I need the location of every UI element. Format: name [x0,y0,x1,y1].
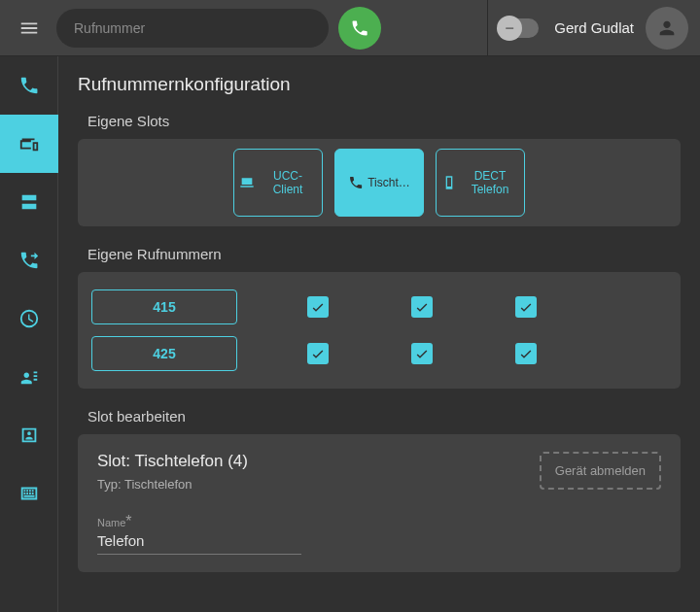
sidebar-item-server[interactable] [0,173,58,231]
menu-button[interactable] [8,7,51,50]
slot-label: UCC-Client [259,169,317,196]
edit-slot-card: Slot: Tischtelefon (4) Typ: Tischtelefon… [78,434,681,572]
person-icon [656,17,678,39]
number-slot-checkbox[interactable] [515,296,537,318]
voice-icon [18,366,40,388]
own-numbers-heading: Eigene Rufnummern [88,246,681,262]
number-slot-checkbox[interactable] [307,296,329,318]
phone-icon [18,75,40,96]
slot-label: DECT Telefon [461,169,519,196]
edit-slot-heading: Slot bearbeiten [88,408,681,425]
keypad-icon [18,483,40,504]
numbers-card: 415 425 [78,272,681,389]
number-row: 415 [91,289,667,324]
server-icon [18,191,40,213]
sidebar-item-phone[interactable] [0,56,58,115]
dial-input[interactable] [74,20,311,36]
required-mark: * [125,513,131,529]
sidebar-item-schedule[interactable] [0,289,58,348]
sidebar-item-keypad[interactable] [0,464,58,523]
number-row: 425 [91,336,667,371]
slot-dect-telefon[interactable]: DECT Telefon [436,149,525,217]
sidebar-item-voice[interactable] [0,348,58,406]
presence-toggle[interactable]: – [500,18,539,38]
phone-icon [348,175,364,190]
number-slot-checkbox[interactable] [411,296,433,318]
hamburger-icon [18,17,40,39]
sidebar-item-contact-card[interactable] [0,406,58,464]
check-icon [518,299,534,315]
username-label: Gerd Gudlat [554,19,634,36]
sidebar [0,56,58,612]
dial-input-wrap [56,9,329,48]
slot-name-label: Name [97,517,125,528]
contact-card-icon [18,425,40,446]
check-icon [414,346,430,361]
mobile-icon [441,175,457,190]
slot-name-input[interactable] [97,532,301,549]
topbar-divider [487,0,488,56]
check-icon [310,299,326,315]
user-menu-button[interactable] [646,7,688,50]
number-chip[interactable]: 415 [91,289,237,324]
call-forward-icon [18,250,40,271]
slot-label: Tischt… [368,176,410,189]
toggle-knob-dnd-icon: – [497,16,522,41]
edit-slot-title: Slot: Tischtelefon (4) [97,452,248,471]
sidebar-item-devices[interactable] [0,115,58,173]
slots-card: UCC-Client Tischt… DECT Telefon [78,139,681,226]
edit-slot-type: Typ: Tischtelefon [97,477,248,492]
phone-icon [350,18,369,38]
clock-icon [18,308,40,329]
slot-ucc-client[interactable]: UCC-Client [233,149,323,217]
main-content: Rufnummernkonfiguration Eigene Slots UCC… [58,56,700,612]
slot-tischtelefon[interactable]: Tischt… [334,149,424,217]
check-icon [310,346,326,361]
laptop-icon [239,175,255,190]
own-slots-heading: Eigene Slots [88,113,681,129]
check-icon [518,346,534,361]
sidebar-item-call-forward[interactable] [0,231,58,289]
call-button[interactable] [338,7,381,50]
check-icon [414,299,430,315]
devices-icon [18,133,40,154]
deregister-device-button[interactable]: Gerät abmelden [540,452,661,490]
topbar: – Gerd Gudlat [0,0,700,56]
page-title: Rufnummernkonfiguration [78,74,681,95]
number-slot-checkbox[interactable] [515,343,537,364]
number-chip[interactable]: 425 [91,336,237,371]
number-slot-checkbox[interactable] [411,343,433,364]
slot-name-field: Name* [97,513,301,555]
number-slot-checkbox[interactable] [307,343,329,364]
